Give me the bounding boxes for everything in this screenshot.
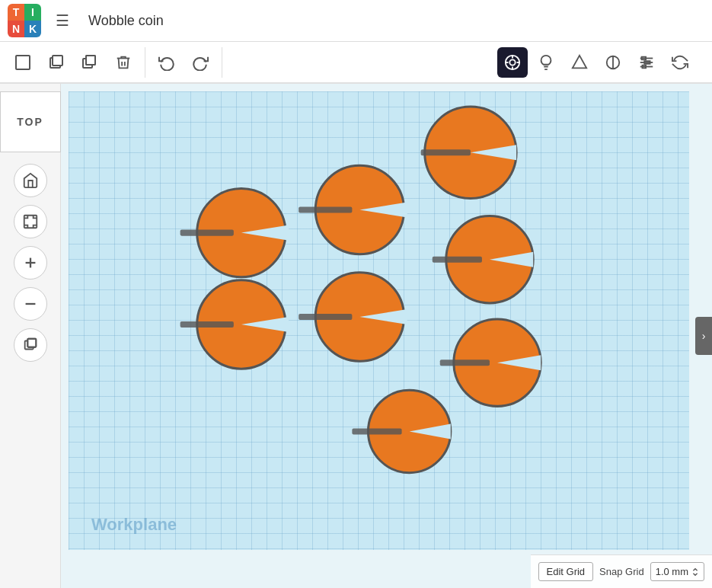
toolbar-group-shapes: [8, 47, 145, 78]
svg-point-32: [197, 280, 286, 369]
svg-point-38: [368, 390, 450, 472]
svg-rect-4: [86, 56, 95, 65]
menu-icon[interactable]: ☰: [47, 5, 78, 36]
svg-rect-24: [27, 339, 36, 347]
toolbar-group-view: [497, 47, 701, 78]
svg-point-28: [315, 165, 404, 254]
right-toggle-icon: ›: [702, 330, 706, 342]
svg-point-34: [315, 273, 404, 361]
toolbar: [0, 42, 712, 84]
view-selector[interactable]: TOP: [0, 91, 61, 152]
coin-7[interactable]: [352, 390, 450, 472]
logo-k: K: [24, 21, 41, 37]
view-label: TOP: [17, 116, 43, 128]
main-area: TOP: [0, 84, 712, 588]
coin-1[interactable]: [180, 188, 289, 276]
redo-button[interactable]: [185, 47, 216, 78]
coins-canvas: [69, 91, 689, 550]
svg-point-30: [425, 107, 516, 198]
svg-rect-35: [299, 314, 352, 320]
svg-marker-11: [573, 55, 586, 68]
coin-8[interactable]: [440, 319, 541, 406]
svg-rect-2: [53, 56, 62, 66]
logo-i: I: [24, 4, 41, 21]
home-view-button[interactable]: [14, 164, 47, 197]
svg-rect-29: [299, 207, 352, 213]
svg-rect-39: [352, 428, 401, 434]
coin-6[interactable]: [433, 216, 533, 303]
mirror-button[interactable]: [598, 47, 628, 78]
svg-rect-41: [440, 360, 490, 366]
snap-value[interactable]: 1.0 mm: [650, 562, 704, 581]
coin-2[interactable]: [299, 165, 407, 254]
svg-point-26: [197, 188, 286, 276]
coin-4[interactable]: [180, 280, 289, 369]
svg-rect-19: [24, 216, 37, 228]
undo-button[interactable]: [152, 47, 182, 78]
coin-5[interactable]: [299, 273, 407, 361]
zoom-out-button[interactable]: [14, 287, 47, 321]
delete-button[interactable]: [108, 47, 139, 78]
align-button[interactable]: [631, 47, 662, 78]
left-sidebar: TOP: [0, 84, 61, 588]
workplane-label: Workplane: [91, 515, 177, 535]
bottom-bar: Edit Grid Snap Grid 1.0 mm: [531, 554, 712, 588]
svg-rect-33: [180, 321, 234, 328]
logo-n: N: [8, 21, 24, 37]
edit-grid-button[interactable]: Edit Grid: [538, 562, 594, 581]
camera-button[interactable]: [497, 47, 528, 78]
coin-3[interactable]: [421, 107, 516, 198]
header: T I N K ☰ Wobble coin: [0, 0, 712, 42]
snap-grid-label: Snap Grid: [599, 566, 644, 577]
toolbar-group-history: [152, 47, 222, 78]
canvas-area[interactable]: Workplane › Edit Grid Snap Grid 1.0 mm: [61, 84, 712, 588]
light-button[interactable]: [531, 47, 561, 78]
app-logo[interactable]: T I N K: [8, 4, 41, 37]
snap-value-text: 1.0 mm: [656, 566, 688, 577]
svg-rect-27: [180, 230, 234, 236]
copy-view-button[interactable]: [14, 328, 47, 362]
new-shape-button[interactable]: [8, 47, 38, 78]
duplicate-button[interactable]: [75, 47, 105, 78]
svg-rect-0: [16, 56, 30, 69]
app-title: Wobble coin: [88, 13, 164, 29]
copy-up-button[interactable]: [41, 47, 72, 78]
shape-tool-button[interactable]: [564, 47, 595, 78]
svg-rect-31: [421, 149, 471, 155]
logo-t: T: [8, 4, 24, 21]
workplane[interactable]: Workplane: [69, 91, 689, 550]
fit-all-button[interactable]: [14, 205, 47, 238]
right-panel-toggle[interactable]: ›: [695, 317, 712, 355]
flip-button[interactable]: [665, 47, 695, 78]
svg-rect-37: [433, 257, 482, 263]
zoom-in-button[interactable]: [14, 246, 47, 280]
svg-point-40: [454, 319, 541, 406]
snap-chevron-icon: [691, 567, 699, 577]
svg-point-6: [509, 59, 515, 65]
svg-point-36: [446, 216, 533, 303]
